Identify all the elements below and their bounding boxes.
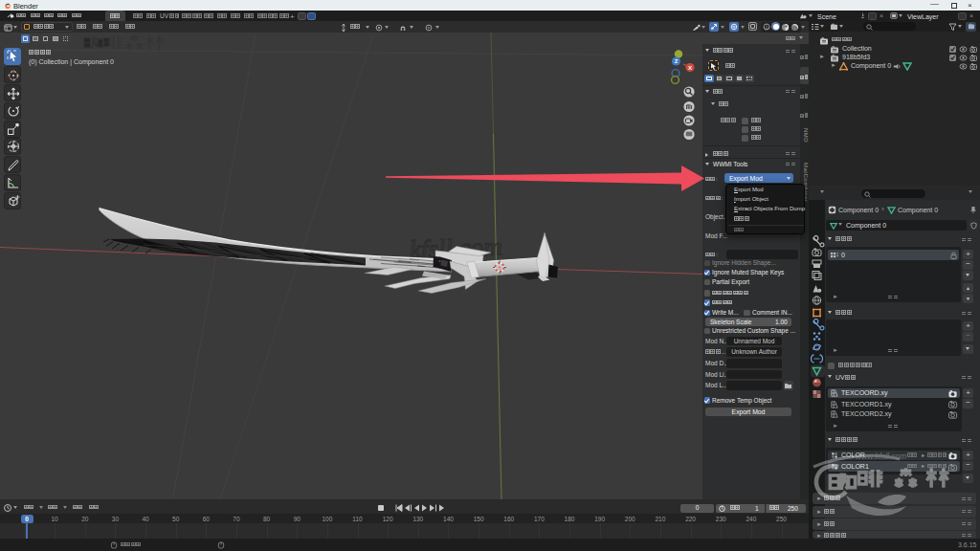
- svg-text:X: X: [688, 65, 692, 71]
- svg-text:www.kfsll.com: www.kfsll.com: [856, 452, 906, 461]
- svg-text:Z: Z: [675, 58, 679, 64]
